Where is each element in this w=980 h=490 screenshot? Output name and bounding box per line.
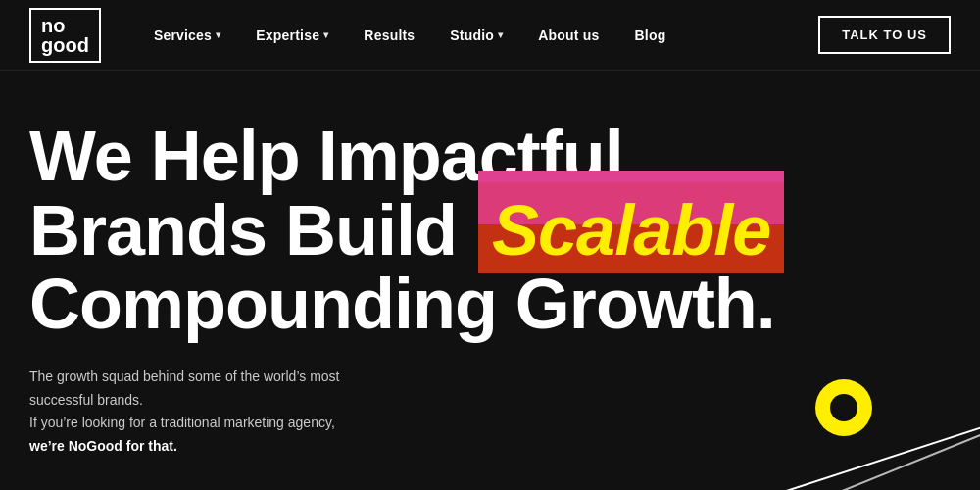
subtext-line1: The growth squad behind some of the worl… xyxy=(29,368,339,408)
logo-line1: no xyxy=(41,16,89,35)
nav-item-expertise[interactable]: Expertise ▾ xyxy=(242,20,342,51)
hero-section: We Help Impactful Brands Build Scalable … xyxy=(0,71,980,490)
headline-line2: Brands Build Scalable xyxy=(29,194,794,269)
nav-label-blog: Blog xyxy=(635,27,666,43)
nav-item-about[interactable]: About us xyxy=(524,20,612,51)
logo[interactable]: no good xyxy=(29,8,101,63)
hero-subtext: The growth squad behind some of the worl… xyxy=(29,366,382,459)
decorative-circle xyxy=(815,379,872,436)
nav-label-results: Results xyxy=(364,27,415,43)
chevron-down-icon: ▾ xyxy=(216,29,220,40)
navbar: no good Services ▾ Expertise ▾ Results S… xyxy=(0,0,980,71)
headline-line3: Compounding Growth. xyxy=(29,268,794,342)
nav-links: Services ▾ Expertise ▾ Results Studio ▾ … xyxy=(140,20,818,51)
subtext-line2: If you’re looking for a traditional mark… xyxy=(29,415,335,430)
nav-item-services[interactable]: Services ▾ xyxy=(140,20,234,51)
nav-label-expertise: Expertise xyxy=(256,27,319,43)
nav-item-studio[interactable]: Studio ▾ xyxy=(436,20,516,51)
scalable-highlight-container: Scalable xyxy=(484,194,778,269)
subtext-line3: we’re NoGood for that. xyxy=(29,438,177,454)
nav-label-studio: Studio xyxy=(450,27,494,43)
nav-label-about: About us xyxy=(538,27,599,43)
nav-label-services: Services xyxy=(154,27,212,43)
nav-item-blog[interactable]: Blog xyxy=(621,20,680,51)
headline-line2-prefix: Brands Build xyxy=(29,194,457,269)
talk-to-us-button[interactable]: TALK TO US xyxy=(818,16,951,54)
nav-item-results[interactable]: Results xyxy=(350,20,428,51)
chevron-down-icon: ▾ xyxy=(323,29,328,40)
scalable-word: Scalable xyxy=(484,194,778,269)
logo-line2: good xyxy=(41,35,89,55)
hero-headline: We Help Impactful Brands Build Scalable … xyxy=(29,120,794,342)
chevron-down-icon: ▾ xyxy=(498,29,503,40)
decorative-circle-inner xyxy=(830,394,858,421)
